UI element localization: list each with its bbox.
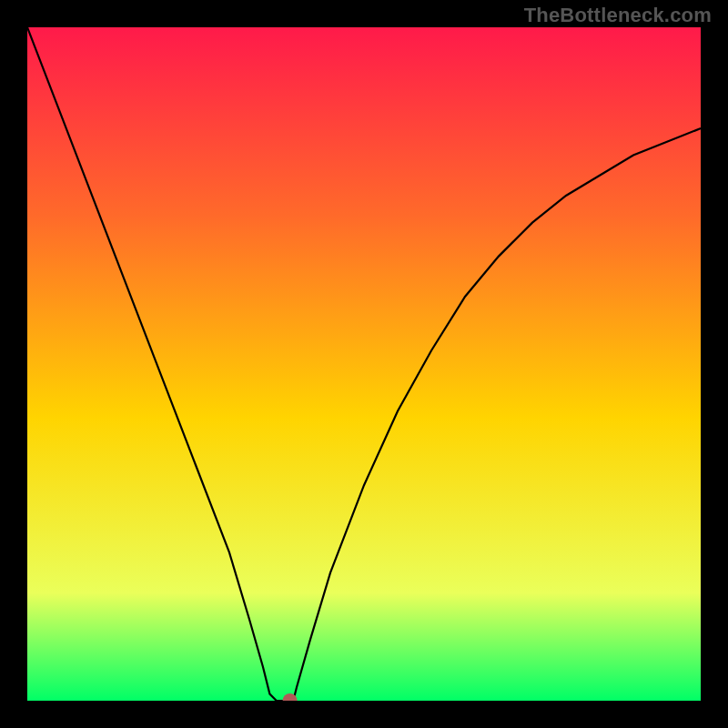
chart-plot <box>27 27 701 701</box>
watermark-text: TheBottleneck.com <box>524 4 712 27</box>
chart-frame: TheBottleneck.com <box>0 0 728 728</box>
chart-svg <box>27 27 701 701</box>
gradient-background <box>27 27 701 701</box>
